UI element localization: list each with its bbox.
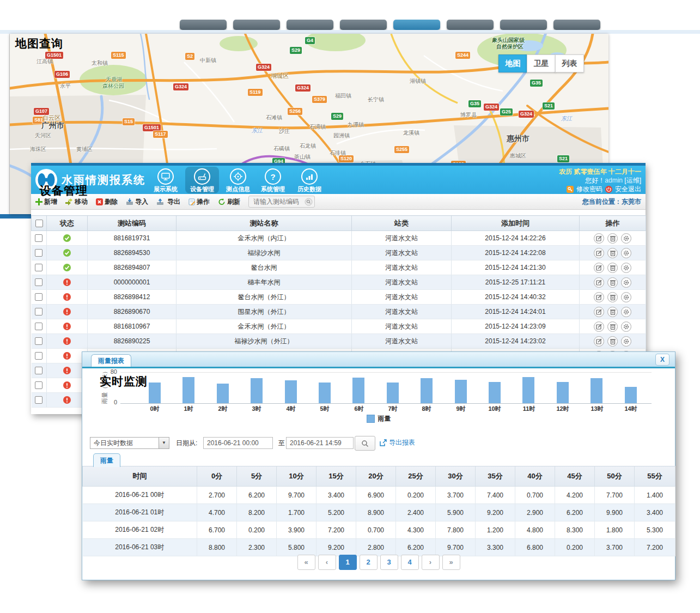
nav-item-history-data[interactable]: 历史数据 [293, 167, 326, 193]
page-prev-button[interactable]: ‹ [318, 555, 336, 570]
gear-icon[interactable] [621, 292, 631, 302]
page-last-button[interactable]: » [442, 555, 460, 570]
page-button-1[interactable]: 1 [339, 555, 357, 570]
trash-icon[interactable] [607, 292, 618, 302]
row-checkbox[interactable] [35, 234, 42, 242]
search-button[interactable] [355, 436, 375, 451]
page-button-3[interactable]: 3 [380, 555, 398, 570]
row-checkbox[interactable] [35, 337, 42, 345]
nav-item-display-system[interactable]: 展示系统 [149, 167, 182, 193]
logout-link[interactable]: 安全退出 [615, 185, 641, 193]
background-tab[interactable] [340, 20, 387, 30]
gear-icon[interactable] [621, 336, 631, 347]
nav-item-system-management[interactable]: ? 系统管理 [256, 167, 290, 193]
road-shield: G324 [173, 83, 188, 90]
page-button-2[interactable]: 2 [360, 555, 378, 570]
nav-item-device-management[interactable]: 设备管理 [185, 167, 219, 193]
row-checkbox[interactable] [35, 278, 42, 286]
refresh-button[interactable]: 刷新 [218, 197, 240, 207]
page-first-button[interactable]: « [297, 555, 315, 570]
edit-icon[interactable] [594, 292, 604, 302]
map-view-button-list[interactable]: 列表 [555, 54, 584, 72]
chart-legend: 雨量 [82, 414, 675, 423]
trash-icon[interactable] [607, 233, 618, 244]
row-checkbox[interactable] [35, 293, 42, 301]
edit-icon[interactable] [594, 321, 604, 332]
search-icon[interactable] [305, 198, 313, 206]
trash-icon[interactable] [607, 263, 618, 273]
move-button[interactable]: 移动 [65, 197, 88, 207]
map-view-button-satellite[interactable]: 卫星 [527, 54, 556, 72]
row-checkbox[interactable] [35, 323, 42, 330]
nav-item-station-info[interactable]: 测点信息 [221, 167, 255, 193]
gear-icon[interactable] [621, 233, 631, 244]
data-preset-select[interactable]: 今日实时数据 ▼ [90, 437, 169, 449]
gear-icon[interactable] [621, 307, 631, 317]
trash-icon[interactable] [607, 307, 618, 317]
row-checkbox[interactable] [35, 381, 42, 389]
tab-rain-report[interactable]: 雨量报表 [91, 354, 131, 367]
device-table-row[interactable]: 8826894807鳌台水闸河道水文站2015-12-24 14:21:30 [32, 260, 646, 275]
device-table-row[interactable]: 8826894530福绿沙水闸河道水文站2015-12-24 14:22:08 [32, 246, 646, 260]
date-to-input[interactable] [286, 437, 354, 449]
edit-icon[interactable] [594, 233, 604, 244]
target-icon [230, 168, 246, 185]
device-table-row[interactable]: 8826890225福禄沙水闸（外江）河道水文站2015-12-24 14:23… [32, 334, 646, 349]
export-button[interactable]: 导出 [156, 197, 180, 207]
background-tab[interactable] [447, 20, 494, 30]
gear-icon[interactable] [621, 263, 631, 273]
x-tick-label: 5时 [314, 405, 336, 413]
code-cell: 8826894530 [88, 246, 176, 260]
row-checkbox[interactable] [35, 249, 42, 257]
export-report-link[interactable]: 导出报表 [380, 438, 415, 447]
add-button[interactable]: 新增 [35, 197, 57, 207]
edit-icon[interactable] [594, 307, 604, 317]
station-search-input[interactable] [252, 197, 305, 206]
gear-icon[interactable] [621, 248, 631, 258]
status-ok-icon [63, 264, 71, 271]
background-tab[interactable] [287, 20, 333, 30]
edit-icon[interactable] [594, 263, 604, 273]
rain-bar [421, 378, 433, 403]
edit-icon[interactable] [594, 248, 604, 258]
row-checkbox[interactable] [35, 308, 42, 315]
delete-button[interactable]: 删除 [96, 197, 118, 207]
row-checkbox[interactable] [35, 352, 42, 360]
gear-icon[interactable] [621, 277, 631, 288]
trash-icon[interactable] [607, 277, 618, 288]
background-tab-active[interactable] [393, 20, 440, 30]
screenshot-root: G4 S115 S2 S29 S244 G324 G106 G1501 G324… [0, 0, 700, 613]
date-from-input[interactable] [203, 437, 273, 449]
row-checkbox[interactable] [35, 396, 42, 404]
operate-button[interactable]: 操作 [188, 197, 210, 207]
select-all-checkbox[interactable] [35, 220, 43, 227]
row-checkbox[interactable] [35, 264, 42, 271]
rain-value-cell: 0.700 [356, 521, 396, 539]
background-tab[interactable] [180, 20, 227, 30]
trash-icon[interactable] [607, 248, 618, 258]
edit-icon[interactable] [594, 336, 604, 347]
page-next-button[interactable]: › [422, 555, 440, 570]
row-checkbox[interactable] [35, 367, 42, 374]
close-icon[interactable]: X [655, 354, 669, 366]
background-tab[interactable] [500, 20, 547, 30]
device-table-row[interactable]: 8826890670围星水闸（外江）河道水文站2015-12-24 14:24:… [32, 305, 646, 319]
page-button-4[interactable]: 4 [401, 555, 419, 570]
change-password-link[interactable]: 修改密码 [576, 185, 602, 193]
gear-icon[interactable] [621, 321, 631, 332]
device-table-row[interactable]: 0000000001穗丰年水闸河道水文站2015-12-25 17:11:21 [32, 275, 646, 290]
status-alert-icon [63, 381, 71, 389]
import-button[interactable]: 导入 [126, 197, 148, 207]
edit-icon[interactable] [594, 277, 604, 288]
rain-value-cell: 4.200 [555, 487, 595, 504]
background-tab[interactable] [553, 20, 600, 30]
trash-icon[interactable] [607, 336, 618, 347]
device-table-row[interactable]: 8816819731金禾水闸（内江）河道水文站2015-12-24 14:22:… [32, 231, 646, 246]
sub-tab-rain[interactable]: 雨量 [93, 453, 120, 467]
status-alert-icon [63, 293, 71, 301]
device-table-row[interactable]: 8826898412鳌台水闸（外江）河道水文站2015-12-24 14:40:… [32, 290, 646, 305]
map-view-button-map[interactable]: 地图 [498, 54, 527, 72]
trash-icon[interactable] [607, 321, 618, 332]
background-tab[interactable] [233, 20, 280, 30]
device-table-row[interactable]: 8816810967金禾水闸（外江）河道水文站2015-12-24 14:23:… [32, 319, 646, 334]
